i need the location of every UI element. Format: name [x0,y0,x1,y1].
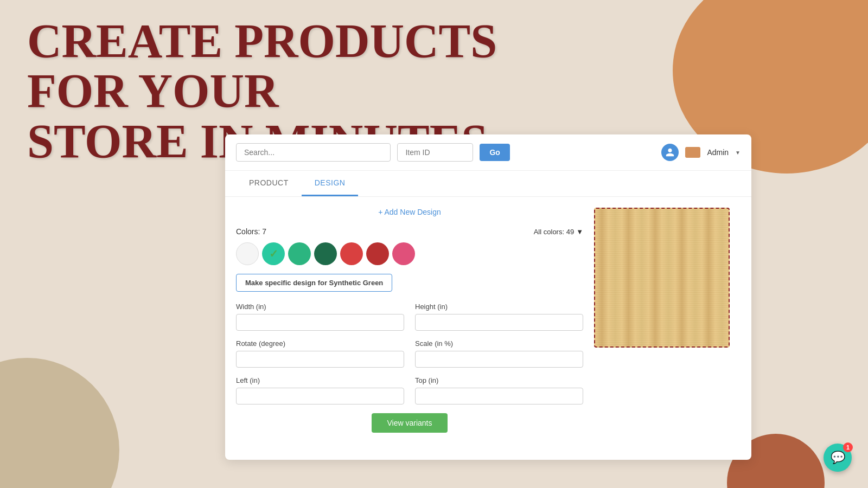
all-colors-button[interactable]: All colors: 49 ▼ [534,228,583,236]
design-content: + Add New Design Colors: 7 All colors: 4… [225,197,751,444]
form-row-1: Width (in) Height (in) [236,303,583,331]
form-group-scale: Scale (in %) [415,339,583,368]
add-design-link[interactable]: + Add New Design [236,208,583,216]
tab-product[interactable]: PRODUCT [236,171,302,196]
form-group-left: Left (in) [236,376,404,404]
top-bar: Go Admin ▼ [225,134,751,171]
view-variants-button[interactable]: View variants [372,413,447,433]
wood-preview [594,208,730,348]
specific-design-button[interactable]: Make specific design for Synthetic Green [236,274,392,292]
top-input[interactable] [415,388,583,404]
form-group-width: Width (in) [236,303,404,331]
left-label: Left (in) [236,376,404,384]
search-input[interactable] [236,143,391,162]
rotate-label: Rotate (degree) [236,339,404,348]
width-label: Width (in) [236,303,404,311]
admin-label[interactable]: Admin [707,148,729,157]
colors-header: Colors: 7 All colors: 49 ▼ [236,227,583,236]
width-input[interactable] [236,314,404,331]
form-row-3: Left (in) Top (in) [236,376,583,404]
form-group-height: Height (in) [415,303,583,331]
swatch-dark-green[interactable] [314,242,337,265]
chat-icon: 💬 [831,451,845,465]
swatch-white[interactable] [236,242,259,265]
form-group-rotate: Rotate (degree) [236,339,404,368]
height-input[interactable] [415,314,583,331]
chat-badge: 1 [843,442,853,452]
form-group-top: Top (in) [415,376,583,404]
chat-button[interactable]: 💬 1 [824,444,852,472]
left-input[interactable] [236,388,404,404]
scale-input[interactable] [415,351,583,368]
design-right [594,208,741,433]
color-swatches [236,242,583,265]
bg-shape-left [0,358,119,488]
specific-design-color: Synthetic Green [329,279,384,287]
tabs-bar: PRODUCT DESIGN [225,171,751,197]
item-id-input[interactable] [397,143,473,162]
avatar [661,144,679,161]
swatch-red[interactable] [340,242,363,265]
top-label: Top (in) [415,376,583,384]
tab-design[interactable]: DESIGN [302,171,359,196]
swatch-pink[interactable] [392,242,415,265]
form-row-2: Rotate (degree) Scale (in %) [236,339,583,368]
rotate-input[interactable] [236,351,404,368]
chevron-down-icon: ▼ [576,228,583,236]
height-label: Height (in) [415,303,583,311]
user-color-indicator [685,147,700,158]
go-button[interactable]: Go [480,144,509,161]
swatch-teal[interactable] [262,242,285,265]
swatch-green-mid[interactable] [288,242,311,265]
main-panel: Go Admin ▼ PRODUCT DESIGN + Add New Desi… [225,134,751,460]
scale-label: Scale (in %) [415,339,583,348]
swatch-crimson[interactable] [366,242,389,265]
design-left: + Add New Design Colors: 7 All colors: 4… [236,208,583,433]
chevron-down-icon: ▼ [735,150,741,156]
colors-count-label: Colors: 7 [236,227,266,236]
